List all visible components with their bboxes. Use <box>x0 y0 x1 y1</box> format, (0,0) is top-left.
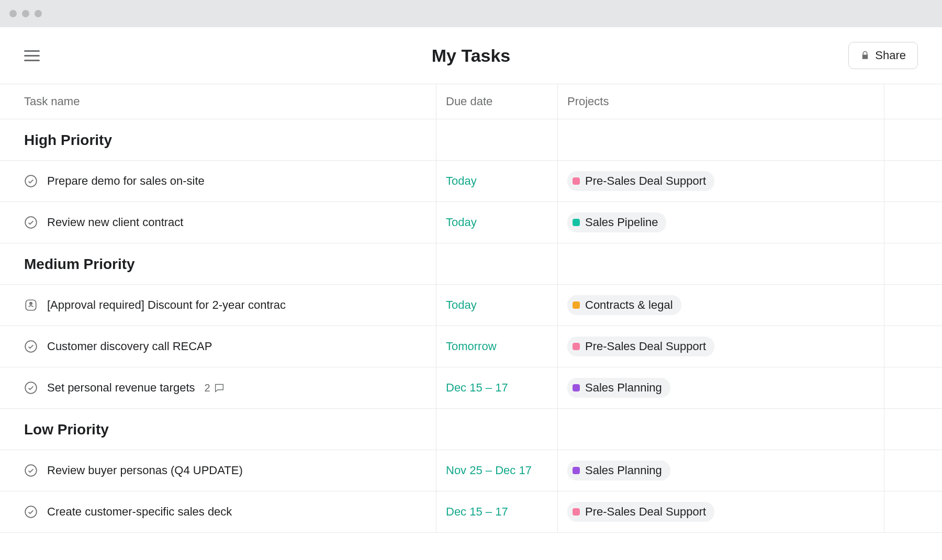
project-color-dot <box>573 384 580 391</box>
task-row[interactable]: [Approval required] Discount for 2-year … <box>0 285 942 326</box>
due-date[interactable]: Dec 15 – 17 <box>446 505 508 519</box>
project-color-dot <box>573 219 580 226</box>
share-label: Share <box>875 49 906 62</box>
comment-count[interactable]: 2 <box>205 382 225 394</box>
task-row[interactable]: Review buyer personas (Q4 UPDATE) Nov 25… <box>0 450 942 491</box>
due-date[interactable]: Tomorrow <box>446 340 497 353</box>
svg-point-4 <box>25 341 37 352</box>
project-color-dot <box>573 467 580 474</box>
task-name[interactable]: Review new client contract <box>47 216 183 229</box>
project-pill[interactable]: Pre-Sales Deal Support <box>567 171 714 191</box>
check-circle-icon[interactable] <box>24 174 38 188</box>
window-dot <box>35 10 42 17</box>
task-name[interactable]: Customer discovery call RECAP <box>47 340 212 353</box>
section-title[interactable]: Low Priority <box>0 409 436 450</box>
table-header: Task name Due date Projects <box>0 84 942 119</box>
project-label: Sales Planning <box>585 464 662 477</box>
window-dot <box>9 10 17 17</box>
check-circle-icon[interactable] <box>24 216 38 229</box>
task-row[interactable]: Customer discovery call RECAP Tomorrow P… <box>0 326 942 367</box>
svg-point-6 <box>25 465 37 476</box>
due-date[interactable]: Today <box>446 298 477 312</box>
column-due-date[interactable]: Due date <box>436 84 558 119</box>
section-title[interactable]: Medium Priority <box>0 243 436 284</box>
svg-point-5 <box>25 382 37 394</box>
project-color-dot <box>573 343 580 350</box>
due-date[interactable]: Nov 25 – Dec 17 <box>446 464 532 477</box>
project-label: Sales Planning <box>585 381 662 395</box>
column-extra <box>884 84 942 119</box>
project-color-dot <box>573 301 580 309</box>
due-date[interactable]: Today <box>446 216 477 229</box>
project-label: Sales Pipeline <box>585 216 658 229</box>
task-row[interactable]: Create customer-specific sales deck Dec … <box>0 491 942 533</box>
page-title: My Tasks <box>432 46 511 66</box>
task-row[interactable]: Set personal revenue targets 2 Dec 15 – … <box>0 367 942 409</box>
project-label: Contracts & legal <box>585 298 673 312</box>
task-name[interactable]: Set personal revenue targets <box>47 381 195 395</box>
project-color-dot <box>573 177 580 185</box>
task-row[interactable]: Review new client contract Today Sales P… <box>0 202 942 243</box>
due-date[interactable]: Dec 15 – 17 <box>446 381 508 395</box>
column-projects[interactable]: Projects <box>558 84 884 119</box>
project-label: Pre-Sales Deal Support <box>585 340 706 353</box>
project-pill[interactable]: Pre-Sales Deal Support <box>567 502 714 522</box>
task-row[interactable]: Prepare demo for sales on-site Today Pre… <box>0 161 942 202</box>
project-pill[interactable]: Sales Planning <box>567 378 670 398</box>
task-name[interactable]: Create customer-specific sales deck <box>47 505 232 519</box>
due-date[interactable]: Today <box>446 174 477 188</box>
approval-icon[interactable] <box>24 298 38 312</box>
svg-point-1 <box>25 217 37 228</box>
lock-icon <box>860 51 870 60</box>
check-circle-icon[interactable] <box>24 505 38 519</box>
svg-rect-2 <box>26 300 36 310</box>
check-circle-icon[interactable] <box>24 340 38 353</box>
window-dot <box>22 10 29 17</box>
task-name[interactable]: [Approval required] Discount for 2-year … <box>47 298 286 312</box>
comment-icon <box>214 382 225 394</box>
project-pill[interactable]: Sales Planning <box>567 461 670 480</box>
menu-button[interactable] <box>24 50 40 61</box>
share-button[interactable]: Share <box>848 42 918 69</box>
project-pill[interactable]: Pre-Sales Deal Support <box>567 337 714 356</box>
project-pill[interactable]: Contracts & legal <box>567 295 681 315</box>
project-label: Pre-Sales Deal Support <box>585 174 706 188</box>
window-titlebar <box>0 0 942 27</box>
project-pill[interactable]: Sales Pipeline <box>567 212 666 232</box>
svg-point-0 <box>25 175 37 187</box>
section-title[interactable]: High Priority <box>0 119 436 160</box>
svg-point-7 <box>25 506 37 518</box>
task-name[interactable]: Review buyer personas (Q4 UPDATE) <box>47 464 243 477</box>
task-table: Task name Due date Projects High Priorit… <box>0 84 942 533</box>
column-task-name[interactable]: Task name <box>0 84 436 119</box>
project-color-dot <box>573 508 580 516</box>
check-circle-icon[interactable] <box>24 381 38 395</box>
project-label: Pre-Sales Deal Support <box>585 505 706 519</box>
check-circle-icon[interactable] <box>24 464 38 477</box>
task-name[interactable]: Prepare demo for sales on-site <box>47 174 205 188</box>
